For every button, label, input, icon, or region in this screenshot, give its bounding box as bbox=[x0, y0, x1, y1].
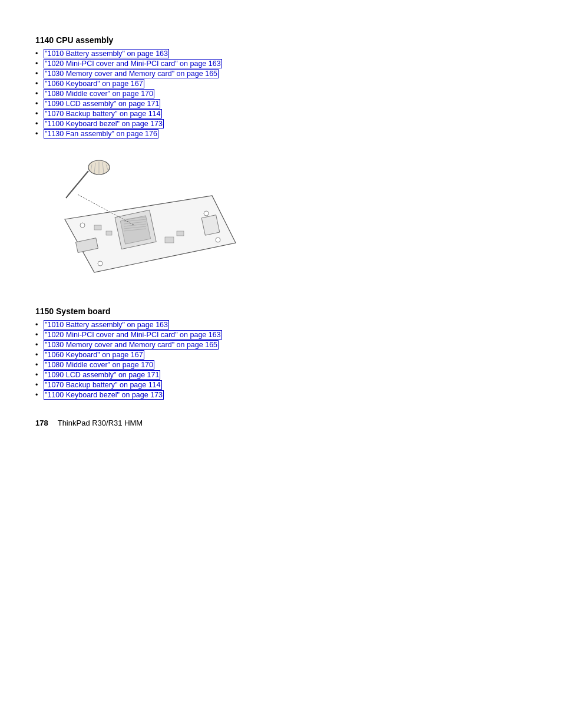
page-number: 178 bbox=[35, 419, 48, 427]
prereq-link[interactable]: "1130 Fan assembly" on page 176 bbox=[44, 129, 158, 139]
section-1140-prereqs: "1010 Battery assembly" on page 163 "102… bbox=[35, 50, 527, 138]
prereq-link[interactable]: "1070 Backup battery" on page 114 bbox=[44, 380, 162, 390]
page-content: 1140 CPU assembly "1010 Battery assembly… bbox=[0, 0, 562, 445]
section-1140: 1140 CPU assembly "1010 Battery assembly… bbox=[35, 35, 527, 138]
prereq-link[interactable]: "1080 Middle cover" on page 170 bbox=[44, 360, 154, 370]
section-1150-title: 1150 System board bbox=[35, 307, 527, 316]
section-1150: 1150 System board "1010 Battery assembly… bbox=[35, 307, 527, 399]
list-item: "1070 Backup battery" on page 114 bbox=[35, 381, 527, 389]
prereq-link[interactable]: "1100 Keyboard bezel" on page 173 bbox=[44, 390, 164, 400]
svg-line-20 bbox=[68, 171, 88, 196]
svg-line-21 bbox=[66, 196, 68, 198]
prereq-link[interactable]: "1100 Keyboard bezel" on page 173 bbox=[44, 119, 164, 129]
prereq-link[interactable]: "1060 Keyboard" on page 167 bbox=[44, 79, 144, 88]
section-1140-title: 1140 CPU assembly bbox=[35, 35, 527, 45]
list-item: "1100 Keyboard bezel" on page 173 bbox=[35, 120, 527, 128]
prereq-link[interactable]: "1020 Mini-PCI cover and Mini-PCI card" … bbox=[44, 59, 222, 68]
list-item: "1130 Fan assembly" on page 176 bbox=[35, 130, 527, 138]
list-item: "1010 Battery assembly" on page 163 bbox=[35, 50, 527, 58]
svg-point-18 bbox=[98, 261, 103, 266]
prereq-link[interactable]: "1020 Mini-PCI cover and Mini-PCI card" … bbox=[44, 330, 222, 340]
page-footer: 178 ThinkPad R30/R31 HMM bbox=[35, 419, 527, 427]
prereq-link[interactable]: "1030 Memory cover and Memory card" on p… bbox=[44, 340, 219, 350]
cpu-assembly-diagram bbox=[47, 149, 247, 290]
list-item: "1090 LCD assembly" on page 171 bbox=[35, 371, 527, 379]
svg-rect-13 bbox=[165, 237, 174, 243]
document-title: ThinkPad R30/R31 HMM bbox=[58, 419, 143, 427]
list-item: "1060 Keyboard" on page 167 bbox=[35, 351, 527, 359]
svg-rect-11 bbox=[94, 225, 101, 230]
list-item: "1080 Middle cover" on page 170 bbox=[35, 90, 527, 98]
svg-point-17 bbox=[216, 238, 220, 242]
list-item: "1070 Backup battery" on page 114 bbox=[35, 110, 527, 118]
prereq-link[interactable]: "1070 Backup battery" on page 114 bbox=[44, 109, 162, 118]
svg-rect-14 bbox=[177, 231, 184, 236]
list-item: "1090 LCD assembly" on page 171 bbox=[35, 100, 527, 108]
diagram-svg bbox=[47, 149, 247, 290]
svg-point-15 bbox=[80, 223, 85, 228]
list-item: "1080 Middle cover" on page 170 bbox=[35, 361, 527, 369]
list-item: "1100 Keyboard bezel" on page 173 bbox=[35, 391, 527, 399]
prereq-link[interactable]: "1030 Memory cover and Memory card" on p… bbox=[44, 69, 219, 78]
section-1150-prereqs: "1010 Battery assembly" on page 163 "102… bbox=[35, 321, 527, 399]
list-item: "1060 Keyboard" on page 167 bbox=[35, 80, 527, 88]
list-item: "1030 Memory cover and Memory card" on p… bbox=[35, 70, 527, 78]
prereq-link[interactable]: "1060 Keyboard" on page 167 bbox=[44, 350, 144, 360]
list-item: "1010 Battery assembly" on page 163 bbox=[35, 321, 527, 329]
prereq-link[interactable]: "1090 LCD assembly" on page 171 bbox=[44, 99, 160, 108]
svg-point-16 bbox=[204, 211, 209, 216]
svg-rect-12 bbox=[106, 231, 112, 235]
prereq-link[interactable]: "1080 Middle cover" on page 170 bbox=[44, 89, 154, 98]
prereq-link[interactable]: "1090 LCD assembly" on page 171 bbox=[44, 370, 160, 380]
list-item: "1020 Mini-PCI cover and Mini-PCI card" … bbox=[35, 331, 527, 339]
prereq-link[interactable]: "1010 Battery assembly" on page 163 bbox=[44, 320, 169, 330]
prereq-link[interactable]: "1010 Battery assembly" on page 163 bbox=[44, 49, 169, 58]
list-item: "1020 Mini-PCI cover and Mini-PCI card" … bbox=[35, 60, 527, 68]
list-item: "1030 Memory cover and Memory card" on p… bbox=[35, 341, 527, 349]
